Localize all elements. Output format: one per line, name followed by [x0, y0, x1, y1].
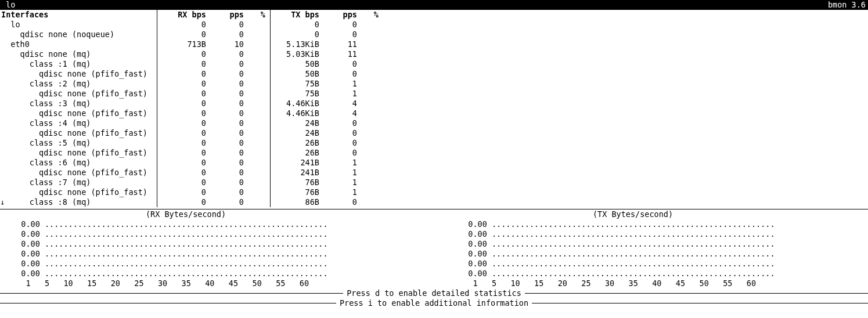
- rx-pct-cell: [244, 187, 270, 197]
- tx-pct-cell: [357, 30, 383, 39]
- header-tx-bps: TX bps: [270, 10, 319, 20]
- tx-pct-cell: [357, 69, 383, 79]
- table-row[interactable]: class :7 (mq)0076B1: [0, 178, 868, 187]
- table-row[interactable]: lo0000: [0, 20, 868, 30]
- tx-bps-cell: 4.46KiB: [270, 109, 319, 118]
- tx-pps-cell: 4: [319, 99, 357, 109]
- rx-bps-cell: 0: [157, 49, 206, 59]
- tx-pct-cell: [357, 39, 383, 49]
- rx-pct-cell: [244, 79, 270, 89]
- tx-pct-cell: [357, 118, 383, 128]
- graph-row: 0.00 ...................................…: [12, 259, 360, 269]
- table-row[interactable]: class :6 (mq)00241B1: [0, 158, 868, 168]
- tx-pps-cell: 0: [319, 118, 357, 128]
- hint-d-text: Press d to enable detailed statistics: [343, 288, 525, 298]
- vertical-divider: [157, 10, 157, 207]
- interface-name-cell: qdisc none (pfifo_fast): [0, 187, 157, 197]
- rx-pps-cell: 0: [206, 79, 244, 89]
- table-row[interactable]: qdisc none (pfifo_fast)004.46KiB4: [0, 109, 868, 118]
- interface-name-cell: qdisc none (noqueue): [0, 30, 157, 39]
- tx-bps-cell: 75B: [270, 89, 319, 99]
- header-interfaces: Interfaces: [0, 10, 157, 20]
- rx-pct-cell: [244, 39, 270, 49]
- rx-pct-cell: [244, 128, 270, 138]
- table-row[interactable]: class :5 (mq)0026B0: [0, 138, 868, 148]
- rx-bps-cell: 713B: [157, 39, 206, 49]
- scroll-down-indicator-icon: ↓: [0, 197, 5, 207]
- tx-pct-cell: [357, 79, 383, 89]
- interface-name-cell: qdisc none (pfifo_fast): [0, 69, 157, 79]
- rx-pct-cell: [244, 109, 270, 118]
- table-row[interactable]: class :8 (mq)0086B0: [0, 197, 868, 207]
- rx-pct-cell: [244, 197, 270, 207]
- tx-pct-cell: [357, 89, 383, 99]
- tx-pps-cell: 1: [319, 79, 357, 89]
- interface-table[interactable]: Interfaces RX bps pps % TX bps pps % lo0…: [0, 10, 868, 207]
- tx-bps-cell: 50B: [270, 59, 319, 69]
- table-row[interactable]: qdisc none (mq)005.03KiB11: [0, 49, 868, 59]
- table-row[interactable]: qdisc none (pfifo_fast)0076B1: [0, 187, 868, 197]
- rx-pps-cell: 0: [206, 168, 244, 178]
- rx-bps-cell: 0: [157, 118, 206, 128]
- rx-pps-cell: 0: [206, 69, 244, 79]
- table-row[interactable]: class :1 (mq)0050B0: [0, 59, 868, 69]
- interface-name-cell: eth0: [0, 39, 157, 49]
- rx-pct-cell: [244, 20, 270, 30]
- tx-pps-cell: 11: [319, 39, 357, 49]
- rx-pps-cell: 0: [206, 59, 244, 69]
- rx-bps-cell: 0: [157, 79, 206, 89]
- rx-pct-cell: [244, 148, 270, 158]
- table-row[interactable]: qdisc none (pfifo_fast)0024B0: [0, 128, 868, 138]
- rx-bps-cell: 0: [157, 20, 206, 30]
- rx-pct-cell: [244, 99, 270, 109]
- table-row[interactable]: class :2 (mq)0075B1: [0, 79, 868, 89]
- table-row[interactable]: qdisc none (noqueue)0000: [0, 30, 868, 39]
- table-row[interactable]: class :4 (mq)0024B0: [0, 118, 868, 128]
- interface-name-cell: qdisc none (pfifo_fast): [0, 168, 157, 178]
- interface-name-cell: class :4 (mq): [0, 118, 157, 128]
- graph-row: 0.00 ...................................…: [459, 249, 807, 259]
- tx-pps-cell: 11: [319, 49, 357, 59]
- rx-bps-cell: 0: [157, 109, 206, 118]
- tx-pps-cell: 1: [319, 158, 357, 168]
- header-tx-pct: %: [357, 10, 383, 20]
- table-row[interactable]: qdisc none (pfifo_fast)0026B0: [0, 148, 868, 158]
- tx-pps-cell: 4: [319, 109, 357, 118]
- interface-name-cell: qdisc none (pfifo_fast): [0, 128, 157, 138]
- rx-graph-title: (RX Bytes/second): [12, 209, 360, 219]
- table-row[interactable]: class :3 (mq)004.46KiB4: [0, 99, 868, 109]
- tx-bps-cell: 241B: [270, 168, 319, 178]
- tx-pct-cell: [357, 168, 383, 178]
- tx-pps-cell: 0: [319, 148, 357, 158]
- tx-pps-cell: 0: [319, 59, 357, 69]
- graph-row: 0.00 ...................................…: [459, 229, 807, 239]
- table-row[interactable]: qdisc none (pfifo_fast)0050B0: [0, 69, 868, 79]
- tx-bps-cell: 0: [270, 30, 319, 39]
- tx-bps-cell: 75B: [270, 79, 319, 89]
- rx-pct-cell: [244, 69, 270, 79]
- rx-pps-cell: 0: [206, 20, 244, 30]
- table-row[interactable]: eth0713B105.13KiB11: [0, 39, 868, 49]
- interface-name-cell: lo: [0, 20, 157, 30]
- table-row[interactable]: qdisc none (pfifo_fast)0075B1: [0, 89, 868, 99]
- table-row[interactable]: qdisc none (pfifo_fast)00241B1: [0, 168, 868, 178]
- header-tx-pps: pps: [319, 10, 357, 20]
- tx-pps-cell: 1: [319, 187, 357, 197]
- hint-detailed-stats: Press d to enable detailed statistics: [0, 288, 868, 298]
- rx-pps-cell: 0: [206, 128, 244, 138]
- rx-pps-cell: 0: [206, 138, 244, 148]
- header-rx-bps: RX bps: [157, 10, 206, 20]
- rx-pct-cell: [244, 59, 270, 69]
- tx-pct-cell: [357, 197, 383, 207]
- tx-bps-cell: 26B: [270, 148, 319, 158]
- rx-bps-cell: 0: [157, 128, 206, 138]
- title-bar: lo bmon 3.6: [0, 0, 868, 10]
- tx-bps-cell: 24B: [270, 118, 319, 128]
- tx-pps-cell: 1: [319, 178, 357, 187]
- rx-bps-cell: 0: [157, 99, 206, 109]
- tx-bps-cell: 241B: [270, 158, 319, 168]
- header-rx-pct: %: [244, 10, 270, 20]
- graph-row: 0.00 ...................................…: [12, 269, 360, 279]
- rx-pct-cell: [244, 89, 270, 99]
- rx-bps-cell: 0: [157, 69, 206, 79]
